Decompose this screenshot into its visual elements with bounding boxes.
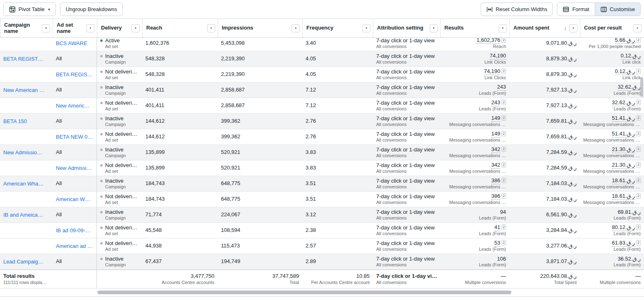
- cost-per-result-value: 69.81.ق.ر: [618, 209, 641, 215]
- results-value[interactable]: 243: [491, 99, 500, 106]
- column-menu-button[interactable]: ▾: [362, 24, 370, 32]
- cost-per-result-value[interactable]: 51.41.ق.ر: [612, 131, 635, 137]
- results-value[interactable]: 149: [491, 115, 500, 122]
- cost-per-result-value[interactable]: 5.66.ق.ر: [615, 38, 635, 44]
- campaign-name-link[interactable]: BETA 150: [3, 118, 49, 124]
- column-header-amount-spent[interactable]: Amount spent↓▾: [509, 19, 580, 37]
- customise-label: Customise: [610, 6, 635, 12]
- results-cell: 3862Messaging conversations …: [440, 192, 509, 207]
- campaign-name-link[interactable]: American Wha…: [3, 181, 49, 187]
- column-header-delivery[interactable]: Delivery▾: [97, 19, 142, 37]
- results-value[interactable]: 41: [494, 224, 500, 231]
- results-value[interactable]: 74,190: [490, 53, 506, 60]
- cost-per-result-value[interactable]: 61.83.ق.ر: [612, 240, 635, 247]
- ad-set-name-link[interactable]: BETA REGIS…: [56, 71, 93, 78]
- campaign-name-link[interactable]: IB and Ameica…: [3, 212, 49, 218]
- horizontal-scrollbar[interactable]: [97, 291, 511, 294]
- results-value[interactable]: 243: [497, 84, 506, 91]
- results-value[interactable]: 149: [491, 131, 500, 137]
- results-value[interactable]: 386: [491, 177, 500, 184]
- column-header-ad-set-name[interactable]: Ad set name▾: [53, 19, 97, 37]
- reset-column-widths-button[interactable]: Reset Column Widths: [481, 2, 553, 16]
- results-value[interactable]: 342: [491, 146, 500, 153]
- attribution-cell: 7-day click or 1-day viewAll conversions: [373, 223, 440, 238]
- ad-set-all-label: All: [56, 118, 93, 124]
- impressions-value: 648,775: [221, 196, 299, 202]
- ad-set-name-link[interactable]: New Americ…: [56, 103, 93, 109]
- format-label: Format: [572, 6, 589, 12]
- column-menu-button[interactable]: ▾: [207, 24, 215, 32]
- frequency-value: 2.89: [306, 258, 370, 265]
- campaign-name-link[interactable]: Lead Campaig…: [3, 259, 49, 265]
- column-header-cost-per-result[interactable]: Cost per result▾: [580, 19, 644, 37]
- amount-spent-cell: 3,284.84.ق.ر: [509, 223, 580, 238]
- cost-per-result-value[interactable]: 0.12.ق.ر: [621, 53, 641, 60]
- column-menu-button[interactable]: ▾: [42, 24, 50, 32]
- cost-per-result-value[interactable]: 21.30.ق.ر: [612, 162, 635, 169]
- results-value[interactable]: 1,602,376: [476, 38, 500, 44]
- ad-set-name-link[interactable]: American W…: [56, 196, 93, 202]
- amount-spent-cell: 9,071.80.ق.ر: [509, 38, 580, 51]
- results-cell: 106Leads (Form): [440, 254, 509, 270]
- format-button[interactable]: Format: [557, 2, 595, 16]
- ad-set-name-link[interactable]: BCS AWARE: [56, 40, 93, 46]
- column-header-results[interactable]: Results▾: [440, 19, 509, 37]
- vertical-scrollbar[interactable]: [640, 77, 643, 97]
- cost-per-result-value[interactable]: 80.12.ق.ر: [612, 224, 635, 231]
- attribution-window: 7-day click or 1-day view: [376, 115, 437, 122]
- results-value[interactable]: 386: [491, 193, 500, 200]
- ad-set-all-label: All: [56, 87, 93, 93]
- column-menu-button[interactable]: ▾: [430, 24, 438, 32]
- cost-per-result-value[interactable]: 21.30.ق.ر: [612, 146, 635, 153]
- ad-set-name-link[interactable]: IB ad 09-09-…: [56, 227, 93, 234]
- attribution-sub: All conversions: [376, 60, 437, 65]
- footnote-badge: 2: [636, 115, 641, 121]
- ad-set-name-cell: BETA NEW 0…: [53, 129, 97, 145]
- campaign-name-link[interactable]: New Admissio…: [3, 149, 49, 156]
- footnote-badge: 2: [636, 178, 641, 183]
- cost-per-result-value[interactable]: 32.62.ق.ر: [612, 99, 635, 106]
- delivery-status: Not deliveri…: [105, 100, 137, 106]
- column-menu-button[interactable]: ▾: [131, 24, 140, 32]
- reach-value-cell: 184,743: [142, 176, 218, 192]
- attribution-sub: All conversions: [376, 122, 437, 128]
- column-menu-button[interactable]: ▾: [569, 24, 577, 32]
- reach-value-cell: 44,938: [142, 238, 218, 254]
- results-value[interactable]: 53: [494, 240, 500, 247]
- results-value[interactable]: 342: [491, 162, 500, 169]
- ad-set-name-link[interactable]: American ad …: [56, 243, 93, 249]
- frequency-value-cell: 3.83: [302, 145, 373, 160]
- cost-per-result-cell: 21.30.ق.ر2Messaging conversations sta…: [580, 160, 644, 176]
- results-value[interactable]: 74,190: [484, 68, 500, 75]
- ad-set-name-link[interactable]: New Admissi…: [56, 165, 93, 171]
- cost-per-result-value[interactable]: 18.61.ق.ر: [612, 193, 635, 200]
- column-header-campaign-name[interactable]: Campaign name▾: [0, 19, 53, 37]
- ad-set-name-cell: IB ad 09-09-…: [53, 223, 97, 238]
- cost-per-result-value[interactable]: 32.62.ق.ر: [618, 84, 641, 91]
- column-menu-button[interactable]: ▾: [292, 24, 300, 32]
- campaign-name-link[interactable]: BETA REGIST…: [3, 56, 49, 62]
- column-header-reach[interactable]: Reach▾: [142, 19, 218, 37]
- cost-per-result-value: 36.52.ق.ر: [618, 256, 641, 262]
- pivot-table-button[interactable]: Pivot Table ▾: [3, 2, 56, 16]
- column-header-attribution-setting[interactable]: Attribution setting▾: [373, 19, 440, 37]
- ungroup-breakdowns-button[interactable]: Ungroup Breakdowns: [60, 2, 123, 16]
- column-menu-button[interactable]: ▾: [86, 24, 94, 32]
- cost-per-result-value[interactable]: 51.41.ق.ر: [612, 115, 635, 122]
- column-header-impressions[interactable]: Impressions▾: [218, 19, 302, 37]
- cost-per-result-value[interactable]: 0.12.ق.ر: [615, 68, 635, 75]
- attribution-window: 7-day click or 1-day view: [376, 69, 437, 75]
- column-header-label: Frequency: [306, 25, 361, 31]
- table-header-row: Campaign name▾Ad set name▾Delivery▾Reach…: [0, 19, 644, 38]
- campaign-name-link[interactable]: New American …: [3, 87, 49, 93]
- customise-button[interactable]: Customise: [595, 2, 641, 16]
- footnote-badge: 2: [501, 162, 506, 167]
- column-menu-button[interactable]: ▾: [633, 24, 642, 32]
- reach-value-cell: 1,602,376: [142, 38, 218, 51]
- ad-set-name-link[interactable]: BETA NEW 0…: [56, 134, 93, 140]
- column-header-frequency[interactable]: Frequency▾: [302, 19, 373, 37]
- cost-per-result-cell: 80.12.ق.ر2Leads (Form): [580, 223, 644, 238]
- column-menu-button[interactable]: ▾: [499, 24, 507, 32]
- cost-per-result-value[interactable]: 18.61.ق.ر: [612, 177, 635, 184]
- impressions-value-cell: 399,362: [218, 129, 302, 145]
